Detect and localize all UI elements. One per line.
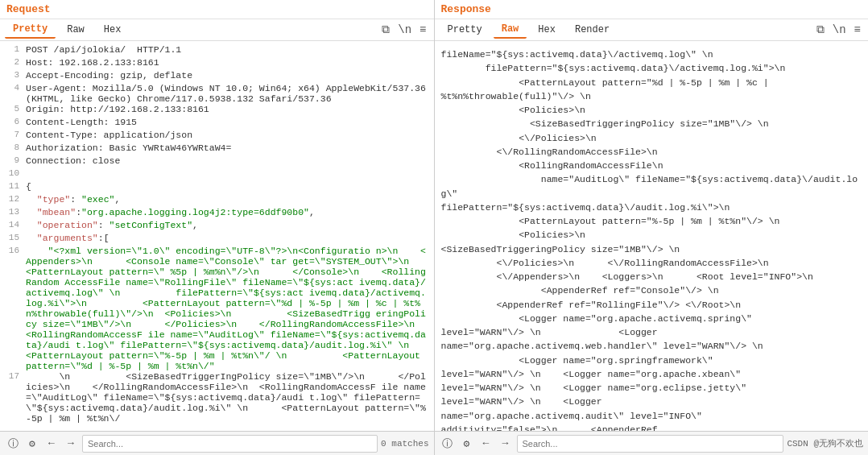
- response-text: fileName="${sys:activemq.data}\/activemq…: [435, 44, 869, 431]
- tab-request-raw[interactable]: Raw: [59, 22, 93, 38]
- response-search-input[interactable]: [517, 435, 784, 453]
- request-search-input[interactable]: [82, 435, 378, 453]
- table-row: 12 "type": "exec",: [0, 194, 434, 207]
- table-row: 4User-Agent: Mozilla/5.0 (Windows NT 10.…: [0, 83, 434, 104]
- table-row: 17 \n <SizeBasedTriggerIngPolicy size=\"…: [0, 371, 434, 424]
- table-row: 1POST /api/jolokia/ HTTP/1.1: [0, 44, 434, 57]
- table-row: 7Content-Type: application/json: [0, 130, 434, 143]
- table-row: 8Authorization: Basic YWRtaW46YWRtaW4=: [0, 143, 434, 155]
- request-forward-icon[interactable]: →: [63, 436, 79, 452]
- table-row: 3Accept-Encoding: gzip, deflate: [0, 70, 434, 83]
- table-row: 14 "operation": "setConfigText",: [0, 220, 434, 233]
- response-menu-icon[interactable]: ≡: [852, 23, 863, 36]
- tab-response-raw[interactable]: Raw: [494, 21, 527, 39]
- response-bottom-info: CSDN @无狗不欢也: [787, 437, 863, 449]
- tab-response-render[interactable]: Render: [567, 22, 618, 38]
- request-ln-icon[interactable]: \n: [395, 23, 414, 36]
- response-ln-icon[interactable]: \n: [830, 23, 849, 36]
- request-settings-icon[interactable]: ⚙: [24, 436, 40, 452]
- request-panel: Request Pretty Raw Hex ⧉ \n ≡ 1POST /api…: [0, 0, 435, 455]
- response-title: Response: [435, 0, 869, 19]
- request-copy-icon[interactable]: ⧉: [379, 23, 392, 36]
- request-info-icon[interactable]: ⓘ: [5, 436, 21, 452]
- table-row: 10: [0, 168, 434, 181]
- request-match-count: 0 matches: [381, 439, 428, 449]
- tab-request-hex[interactable]: Hex: [96, 22, 130, 38]
- table-row: 5Origin: http://192.168.2.133:8161: [0, 104, 434, 117]
- response-copy-icon[interactable]: ⧉: [814, 23, 827, 36]
- request-content: 1POST /api/jolokia/ HTTP/1.1 2Host: 192.…: [0, 41, 434, 431]
- tab-request-pretty[interactable]: Pretty: [5, 21, 56, 39]
- response-settings-icon[interactable]: ⚙: [459, 436, 475, 452]
- request-title: Request: [0, 0, 434, 19]
- table-row: 9Connection: close: [0, 155, 434, 168]
- main-container: Request Pretty Raw Hex ⧉ \n ≡ 1POST /api…: [0, 0, 868, 455]
- request-menu-icon[interactable]: ≡: [417, 23, 428, 36]
- table-row: 11{: [0, 181, 434, 194]
- response-back-icon[interactable]: ←: [478, 436, 494, 452]
- response-bottom-bar: ⓘ ⚙ ← → CSDN @无狗不欢也: [435, 431, 869, 455]
- response-forward-icon[interactable]: →: [498, 436, 514, 452]
- tab-response-pretty[interactable]: Pretty: [440, 22, 490, 38]
- table-row: 2Host: 192.168.2.133:8161: [0, 57, 434, 70]
- response-info-icon[interactable]: ⓘ: [440, 436, 456, 452]
- request-back-icon[interactable]: ←: [43, 436, 60, 452]
- request-bottom-bar: ⓘ ⚙ ← → 0 matches: [0, 431, 434, 455]
- response-panel: Response Pretty Raw Hex Render ⧉ \n ≡ fi…: [435, 0, 869, 455]
- tab-response-hex[interactable]: Hex: [530, 22, 564, 38]
- response-tab-bar: Pretty Raw Hex Render ⧉ \n ≡: [435, 19, 869, 41]
- table-row: 13 "mbean":"org.apache.logging.log4j2:ty…: [0, 207, 434, 220]
- table-row: 15 "arguments":[: [0, 233, 434, 246]
- request-tab-bar: Pretty Raw Hex ⧉ \n ≡: [0, 19, 434, 41]
- table-row: 6Content-Length: 1915: [0, 117, 434, 130]
- response-content: fileName="${sys:activemq.data}\/activemq…: [435, 41, 869, 431]
- table-row: 16 "<?xml version=\"1.0\" encoding=\"UTF…: [0, 246, 434, 371]
